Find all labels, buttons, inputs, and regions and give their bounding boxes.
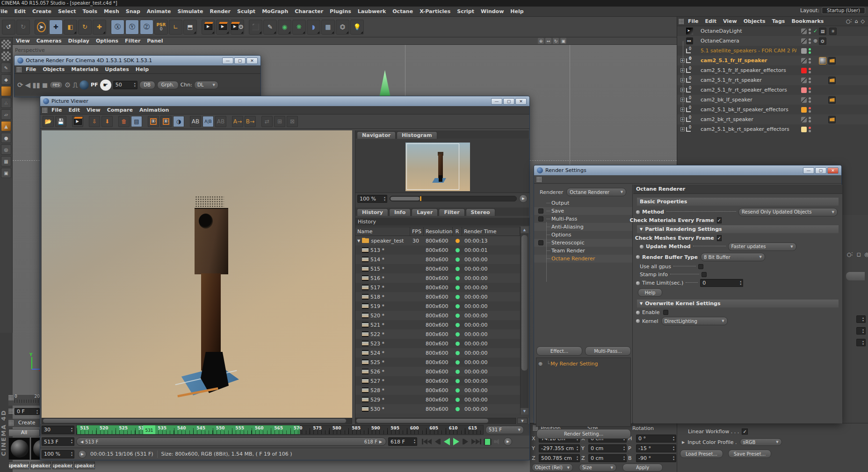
lock-icon[interactable]: ◻ xyxy=(857,251,861,257)
octane-menu-item[interactable]: Help xyxy=(132,65,152,74)
frame-input[interactable]: 0 F xyxy=(14,408,40,415)
settings-tree-label[interactable]: Output xyxy=(551,200,569,206)
frame-name[interactable]: 515 * xyxy=(370,266,384,272)
history-row[interactable]: 515 * 800x600 00:00:00 xyxy=(355,264,520,273)
settings-tree-item[interactable]: Anti-Aliasing xyxy=(534,223,632,231)
go-to-start-icon[interactable] xyxy=(422,439,432,444)
frame-name[interactable]: 516 * xyxy=(370,275,384,281)
swap-ab-icon[interactable]: ⇄ xyxy=(261,116,273,127)
picture-viewer-menu-item[interactable]: Edit xyxy=(65,106,83,114)
color-profile-dropdown[interactable]: sRGB▼ xyxy=(740,438,782,446)
column-r[interactable]: R xyxy=(453,227,462,236)
scrollbar-thumb[interactable] xyxy=(521,235,528,371)
frame-name[interactable]: 530 * xyxy=(370,406,384,412)
frame-name[interactable]: 518 * xyxy=(370,294,384,300)
history-row[interactable]: 517 * 800x600 00:00:00 xyxy=(355,283,520,292)
viewport-pan-icon[interactable]: ⊕ xyxy=(538,38,544,44)
column-render-time[interactable]: Render Time xyxy=(462,227,520,236)
main-menu-item[interactable]: Animate xyxy=(144,7,174,17)
column-fps[interactable]: FPS xyxy=(410,227,424,236)
settings-tree-item[interactable]: Team Render xyxy=(534,247,632,255)
settings-tree-label[interactable]: Stereoscopic xyxy=(551,240,584,246)
range-slider[interactable]: ◀ 513 F 618 F ▶ xyxy=(76,437,386,446)
main-menu-item[interactable]: Mesh xyxy=(101,7,123,17)
frame-name[interactable]: 528 * xyxy=(370,387,384,393)
show-image-a-icon[interactable]: 👁 xyxy=(148,116,159,127)
minimize-icon[interactable]: — xyxy=(491,98,502,105)
restart-render-icon[interactable]: ⟳ xyxy=(17,81,23,89)
settings-tree-item[interactable]: Options xyxy=(534,231,632,239)
frame-name[interactable]: 525 * xyxy=(370,359,384,365)
material-thumbnail[interactable] xyxy=(8,437,30,460)
lock-z-icon[interactable]: Ⓩ xyxy=(140,20,153,35)
main-menu-item[interactable]: Character xyxy=(291,7,326,17)
history-row[interactable]: 529 * 800x600 00:00:00 xyxy=(355,395,520,404)
octane-titlebar[interactable]: Octane Render For Cinema 4D 1.53.1 SDK 1… xyxy=(14,56,260,65)
panel-grip[interactable] xyxy=(16,67,22,72)
octane-menu-item[interactable]: Objects xyxy=(40,65,68,74)
time-limit-input[interactable]: 0 xyxy=(700,279,743,287)
rotation-p-input[interactable]: -15 ° xyxy=(636,444,676,452)
navigator-thumbnail[interactable] xyxy=(405,143,470,191)
settings-tree-label[interactable]: Anti-Aliasing xyxy=(551,224,584,230)
viewport-toggle-icon[interactable]: ▣ xyxy=(560,38,566,44)
move-down-icon[interactable]: ⇩ xyxy=(89,116,100,127)
undo-icon[interactable]: ↺ xyxy=(2,20,15,35)
object-row[interactable]: + cam2_5.1_bk_rt_speaker_effectors ✓ ⊕ ▤… xyxy=(677,124,868,134)
use-all-gpus-checkbox[interactable] xyxy=(698,264,703,269)
main-menu-item[interactable]: Sculpt xyxy=(234,7,259,17)
object-name[interactable]: cam2_5.1_fr_rt_speaker_effectors xyxy=(701,87,787,93)
pf-icon[interactable]: PF xyxy=(91,82,98,88)
size-mode-dropdown[interactable]: Size▼ xyxy=(579,464,616,472)
history-row[interactable]: 514 * 800x600 00:00:00 xyxy=(355,255,520,264)
lock-x-icon[interactable]: Ⓧ xyxy=(111,20,124,35)
object-name[interactable]: cam2_bk_lf_speaker xyxy=(701,97,752,103)
layer-color-chip[interactable] xyxy=(801,117,807,122)
main-menu-item[interactable]: MoGraph xyxy=(259,7,291,17)
apply-button[interactable]: Apply xyxy=(622,464,663,472)
zoom-options-button[interactable]: ▶ xyxy=(519,194,528,203)
visibility-dots[interactable] xyxy=(809,78,811,83)
spinner-fragment[interactable] xyxy=(856,327,866,335)
settings-tree-item[interactable]: Stereoscopic xyxy=(534,239,632,247)
generator-icon[interactable]: ◉ xyxy=(278,20,291,35)
settings-tree-label[interactable]: Options xyxy=(551,232,571,238)
main-menu-item[interactable]: Help xyxy=(507,7,527,17)
position-y-input[interactable]: -297.355 cm xyxy=(539,444,580,452)
visibility-dots[interactable] xyxy=(809,107,811,113)
scale-tool-icon[interactable]: ◧ xyxy=(64,20,77,35)
settings-tree-label[interactable]: Octane Renderer xyxy=(551,256,595,262)
object-row[interactable]: + cam2_5.1_fr_lf_speaker_effectors ✓ ⊕ ▤… xyxy=(677,65,868,75)
frame-name[interactable]: 513 * xyxy=(370,247,384,253)
graph-button[interactable]: Grph. xyxy=(157,81,179,89)
deformer-icon[interactable]: ◗ xyxy=(307,20,320,35)
anim-dot-icon[interactable] xyxy=(636,210,640,214)
object-row[interactable]: + cam2_bk_lf_speaker ✓ ⊕ ▤ ☼ ⏣ xyxy=(677,95,868,105)
method-dropdown[interactable]: Resend Only Updated Objects▼ xyxy=(738,208,838,216)
size-z-input[interactable]: 0 cm xyxy=(588,454,627,462)
settings-tree-item[interactable]: Output xyxy=(534,199,632,207)
object-name[interactable]: cam2_5.1_bk_rt_speaker_effectors xyxy=(701,126,789,132)
animation-tag-icon[interactable] xyxy=(828,77,836,84)
compare-ab-icon[interactable]: ◑ xyxy=(173,116,184,127)
polygons-mode-icon[interactable]: ▲ xyxy=(1,121,11,131)
rendered-image-canvas[interactable] xyxy=(42,130,352,418)
last-tool-icon[interactable]: ✚ xyxy=(93,20,106,35)
playback-options-button[interactable]: ▶ xyxy=(504,437,512,446)
octane-menu-item[interactable]: File xyxy=(22,65,40,74)
buffer-type-dropdown[interactable]: 8 Bit Buffer▼ xyxy=(701,253,765,261)
viewport-menu-item[interactable]: Options xyxy=(93,37,122,44)
history-row[interactable]: 516 * 800x600 00:00:00 xyxy=(355,273,520,283)
notes-icon[interactable]: ▤ xyxy=(131,116,142,127)
go-to-end-icon[interactable] xyxy=(471,439,481,444)
settings-checkbox[interactable] xyxy=(538,216,543,222)
panel-grip[interactable] xyxy=(679,19,684,24)
render-clap-icon[interactable] xyxy=(72,116,83,127)
animation-tag-icon[interactable] xyxy=(828,57,836,64)
anim-dot-icon[interactable] xyxy=(636,255,640,259)
status-zoom-input[interactable]: 100 % xyxy=(42,450,74,458)
render-setting-button[interactable]: Render Setting... xyxy=(536,429,631,439)
kernel-dropdown[interactable]: DirectLighting▼ xyxy=(661,317,728,325)
column-name[interactable]: Name xyxy=(355,227,410,236)
load-preset-button[interactable]: Load Preset... xyxy=(680,450,723,458)
